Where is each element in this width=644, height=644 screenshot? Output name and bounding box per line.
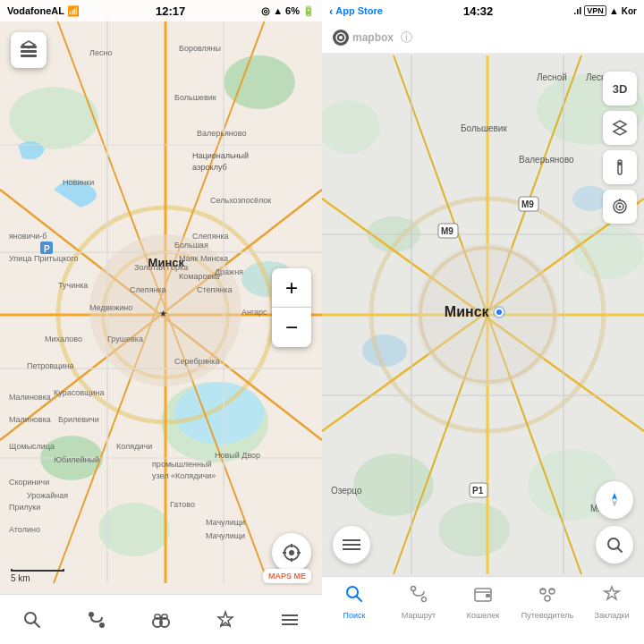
svg-text:Новинки: Новинки [63, 178, 94, 187]
right-status-right: .ıl VPN ▲ Kor [573, 5, 637, 16]
guide-nav-label: Путеводитель [521, 611, 573, 620]
svg-text:Колядичи: Колядичи [116, 442, 152, 451]
mapbox-info-icon[interactable]: ⓘ [401, 30, 412, 46]
svg-text:Щомыслица: Щомыслица [9, 442, 55, 451]
svg-point-81 [99, 623, 105, 628]
mapbox-text: mapbox [352, 31, 394, 44]
right-bottom-nav: Поиск Маршрут Кошелек Путеводитель Закла… [322, 576, 644, 644]
map-3d-button[interactable]: 3D [603, 72, 637, 106]
svg-text:Грушевка: Грушевка [107, 335, 143, 343]
nav-guide-right[interactable]: Путеводитель [519, 584, 576, 620]
left-bottom-nav [0, 594, 322, 644]
svg-line-143 [618, 548, 623, 553]
svg-text:Мачулищи: Мачулищи [206, 518, 245, 527]
svg-text:Лесно: Лесно [89, 48, 112, 57]
svg-text:Тучинка: Тучинка [58, 281, 88, 290]
svg-point-102 [362, 335, 407, 367]
svg-point-5 [98, 503, 170, 556]
nav-menu[interactable] [270, 600, 309, 640]
svg-text:★: ★ [159, 309, 167, 318]
svg-text:Боровляны: Боровляны [179, 44, 221, 53]
svg-text:Урожайная: Урожайная [27, 491, 68, 500]
minsk-city-label: Минск [445, 304, 489, 320]
scale-line [11, 569, 64, 572]
route-nav-icon [409, 584, 428, 608]
back-arrow-icon[interactable]: ‹ [329, 4, 333, 18]
svg-text:P: P [44, 244, 50, 254]
svg-text:Атолино: Атолино [9, 525, 40, 534]
svg-text:Большевик: Большевик [174, 93, 216, 102]
location-button[interactable] [272, 533, 311, 572]
svg-point-153 [545, 596, 550, 601]
scale-label: 5 km [11, 573, 30, 583]
mapbox-logo-icon [333, 30, 349, 46]
nav-bookmarks[interactable] [206, 600, 245, 640]
svg-rect-70 [21, 55, 37, 57]
svg-text:промышленный: промышленный [152, 460, 211, 469]
left-panel: VodafoneAL 📶 12:17 ◎ ▲ 6% 🔋 [0, 0, 322, 644]
svg-rect-69 [21, 50, 37, 53]
svg-text:Ангарс: Ангарс [242, 308, 267, 317]
right-status-left: ‹ App Store [329, 4, 383, 18]
svg-text:узел «Колядичи»: узел «Колядичи» [152, 471, 216, 480]
svg-marker-129 [614, 121, 626, 128]
battery-right-label: Kor [622, 6, 637, 16]
left-status-right: ◎ ▲ 6% 🔋 [261, 5, 315, 17]
search-nav-label: Поиск [343, 611, 366, 620]
nav-search[interactable] [13, 600, 52, 640]
right-map-controls: 3D [603, 72, 637, 224]
svg-marker-140 [612, 493, 617, 500]
svg-text:Большая: Большая [174, 241, 208, 250]
nav-search-right[interactable]: Поиск [326, 584, 383, 620]
nav-route-right[interactable]: Маршрут [390, 584, 447, 620]
route-nav-label: Маршрут [402, 611, 436, 620]
zoom-in-button[interactable]: + [272, 268, 311, 308]
map-menu-button[interactable] [333, 526, 370, 564]
svg-rect-86 [162, 614, 167, 619]
svg-point-147 [422, 597, 427, 602]
nav-binoculars[interactable] [141, 600, 181, 640]
svg-text:Комаровка: Комаровка [179, 272, 219, 281]
svg-text:Прилуки: Прилуки [9, 503, 40, 512]
layers-button[interactable] [11, 32, 47, 68]
map-compass-button[interactable] [603, 150, 637, 184]
map-signal-button[interactable] [603, 190, 637, 224]
app-store-label[interactable]: App Store [335, 5, 383, 16]
search-map-button[interactable] [596, 526, 633, 564]
svg-text:Мачулищи: Мачулищи [206, 531, 245, 540]
svg-text:Слепянка: Слепянка [130, 285, 166, 294]
map-layers-button[interactable] [603, 111, 637, 145]
svg-text:Валерьяново: Валерьяново [197, 129, 247, 138]
nav-route[interactable] [77, 600, 116, 640]
svg-point-132 [618, 162, 622, 165]
nav-bookmarks-right[interactable]: Закладки [583, 584, 640, 620]
mapbox-bar: mapbox ⓘ [322, 21, 644, 54]
svg-text:яновичи-б: яновичи-б [9, 232, 47, 241]
svg-text:Лесной: Лесной [537, 72, 567, 82]
svg-marker-156 [605, 587, 619, 599]
svg-text:Дражня: Дражня [215, 267, 243, 276]
carrier-label: VodafoneAL [7, 5, 64, 16]
svg-point-101 [438, 503, 510, 556]
zoom-out-button[interactable]: − [272, 308, 311, 347]
svg-text:Серебрянка: Серебрянка [174, 357, 219, 366]
svg-point-93 [339, 36, 343, 39]
maps-me-logo: MAPS ME [263, 569, 311, 583]
left-status-left: VodafoneAL 📶 [7, 5, 80, 17]
svg-text:M9: M9 [521, 199, 534, 209]
battery-icon: 🔋 [302, 5, 315, 17]
right-time: 14:32 [463, 4, 493, 18]
battery-label: 6% [285, 5, 300, 16]
svg-text:Гатово: Гатово [170, 500, 195, 509]
svg-text:P1: P1 [472, 486, 484, 496]
svg-text:Слепянка: Слепянка [192, 232, 229, 241]
nav-wallet-right[interactable]: Кошелек [454, 584, 512, 620]
svg-point-99 [353, 453, 434, 516]
svg-text:Малиновка: Малиновка [9, 393, 51, 402]
compass-navigate-button[interactable] [596, 481, 633, 519]
battery-right-icon: ▲ [609, 5, 619, 16]
right-panel: ‹ App Store 14:32 .ıl VPN ▲ Kor mapbox ⓘ [322, 0, 644, 644]
svg-text:M9: M9 [441, 226, 453, 236]
svg-text:Озерцо: Озерцо [331, 486, 362, 496]
svg-point-146 [411, 587, 416, 591]
